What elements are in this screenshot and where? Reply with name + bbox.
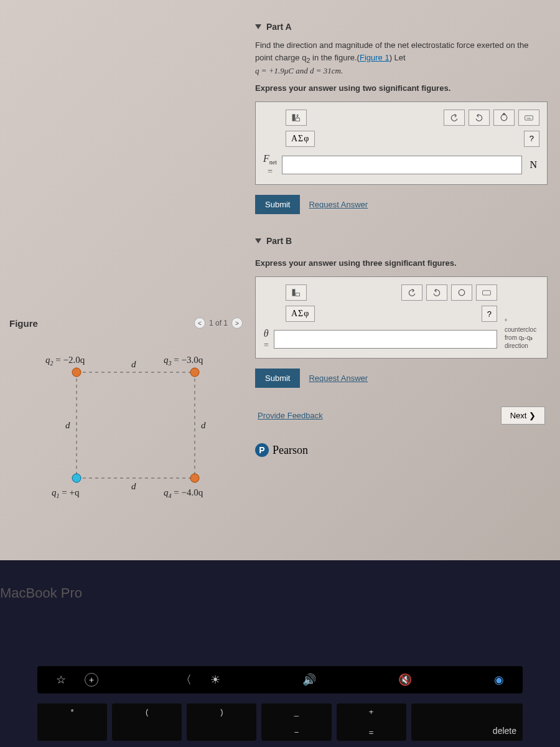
reset-icon <box>499 113 509 123</box>
template-icon: x̄ <box>291 113 301 123</box>
reset-button[interactable] <box>451 284 472 301</box>
part-b-header[interactable]: Part B <box>255 220 548 253</box>
svg-rect-25 <box>292 289 296 296</box>
key-minus[interactable]: _ − <box>261 703 331 741</box>
pearson-p-icon: P <box>255 443 269 457</box>
svg-point-4 <box>72 368 81 377</box>
template-icon <box>291 288 301 298</box>
part-b-instruction: Express your answer using three signific… <box>255 258 548 268</box>
part-a-header[interactable]: Part A <box>255 6 548 39</box>
keyboard-icon <box>482 288 492 298</box>
part-a-answer-box: x̄ ΑΣφ ? <box>255 101 548 185</box>
templates-button[interactable] <box>286 284 307 301</box>
key-delete[interactable]: delete <box>411 703 523 741</box>
svg-text:d: d <box>65 420 70 430</box>
keyboard-button[interactable] <box>518 110 539 126</box>
svg-point-6 <box>72 474 81 482</box>
volume-icon[interactable]: 🔊 <box>302 673 316 687</box>
fnet-input[interactable] <box>282 156 522 174</box>
help-button[interactable]: ? <box>524 131 539 147</box>
next-button[interactable]: Next ❯ <box>501 406 545 425</box>
undo-button[interactable] <box>401 284 422 301</box>
figure-pager: < 1 of 1 > <box>194 317 243 329</box>
svg-text:d: d <box>131 481 136 491</box>
help-button[interactable]: ? <box>482 306 497 322</box>
figure-prev-button[interactable]: < <box>194 317 205 329</box>
svg-rect-26 <box>296 293 299 296</box>
svg-point-19 <box>501 115 507 121</box>
svg-rect-16 <box>292 114 296 121</box>
greek-button[interactable]: ΑΣφ <box>286 131 315 147</box>
svg-text:d: d <box>201 420 206 430</box>
collapse-icon <box>255 24 261 29</box>
theta-unit-note: ° countercloc from q₂-q₃ direction <box>505 317 548 350</box>
keyboard-button[interactable] <box>476 284 497 301</box>
reset-icon <box>457 288 467 298</box>
touchbar: ☆ + 〈 ☀ 🔊 🔇 ◉ <box>37 666 523 693</box>
key-equals[interactable]: + = <box>337 703 406 741</box>
templates-button[interactable]: x̄ <box>286 110 307 126</box>
part-a-submit-button[interactable]: Submit <box>255 195 300 214</box>
fnet-unit: N <box>527 159 539 171</box>
undo-icon <box>449 113 459 123</box>
svg-text:q2 = −2.0q: q2 = −2.0q <box>45 355 85 367</box>
redo-icon <box>474 113 484 123</box>
theta-label: θ= <box>263 328 269 350</box>
figure-title: Figure <box>9 318 38 329</box>
svg-text:q4 = −4.0q: q4 = −4.0q <box>164 487 203 499</box>
pearson-text: Pearson <box>273 444 308 457</box>
figure-page-indicator: 1 of 1 <box>209 319 228 327</box>
key-asterisk[interactable]: * <box>37 703 107 741</box>
provide-feedback-link[interactable]: Provide Feedback <box>258 411 323 420</box>
greek-button[interactable]: ΑΣφ <box>286 306 315 322</box>
part-b-request-answer-link[interactable]: Request Answer <box>309 374 368 383</box>
key-paren-open[interactable]: ( <box>112 703 182 741</box>
back-icon[interactable]: 〈 <box>180 672 192 687</box>
mute-icon[interactable]: 🔇 <box>398 673 412 687</box>
svg-point-7 <box>190 474 199 482</box>
figure-next-button[interactable]: > <box>231 317 243 329</box>
figure-panel: Figure < 1 of 1 > q2 = −2.0q <box>9 317 243 503</box>
svg-text:q3 = −3.0q: q3 = −3.0q <box>164 355 203 367</box>
part-a-instruction: Express your answer using two significan… <box>255 83 548 93</box>
theta-input[interactable] <box>274 330 497 349</box>
part-b-label: Part B <box>266 236 292 246</box>
keyboard-icon <box>524 113 534 123</box>
macbook-label: MacBook Pro <box>0 585 82 601</box>
redo-button[interactable] <box>469 110 490 126</box>
part-b-answer-box: ΑΣφ ? θ= ° countercloc from q₂-q₃ direct… <box>255 276 548 359</box>
undo-button[interactable] <box>444 110 465 126</box>
svg-rect-28 <box>483 291 491 295</box>
star-icon[interactable]: ☆ <box>56 673 66 687</box>
redo-button[interactable] <box>426 284 447 301</box>
part-b-submit-button[interactable]: Submit <box>255 369 300 388</box>
reset-button[interactable] <box>493 110 515 126</box>
part-a-request-answer-link[interactable]: Request Answer <box>309 200 368 209</box>
figure-diagram: q2 = −2.0q q3 = −3.0q q1 = +q q4 = −4.0q… <box>27 341 226 503</box>
key-paren-close[interactable]: ) <box>187 703 256 741</box>
part-a-label: Part A <box>266 22 292 32</box>
part-a-prompt: Find the direction and magnitude of the … <box>255 39 548 77</box>
fnet-label: Fnet= <box>263 153 277 177</box>
svg-point-5 <box>190 368 199 377</box>
keyboard-row: * ( ) _ − + = delete <box>37 703 523 741</box>
redo-icon <box>432 288 442 298</box>
collapse-icon <box>255 238 261 243</box>
brightness-icon[interactable]: ☀ <box>210 673 220 687</box>
svg-point-27 <box>459 289 465 296</box>
pearson-logo: P Pearson <box>255 443 548 457</box>
svg-rect-20 <box>525 116 533 120</box>
svg-text:d: d <box>131 359 136 369</box>
undo-icon <box>407 288 417 298</box>
figure-link[interactable]: Figure 1 <box>360 53 390 62</box>
siri-icon[interactable]: ◉ <box>494 673 504 687</box>
new-tab-icon[interactable]: + <box>85 673 98 687</box>
svg-text:q1 = +q: q1 = +q <box>52 487 80 499</box>
